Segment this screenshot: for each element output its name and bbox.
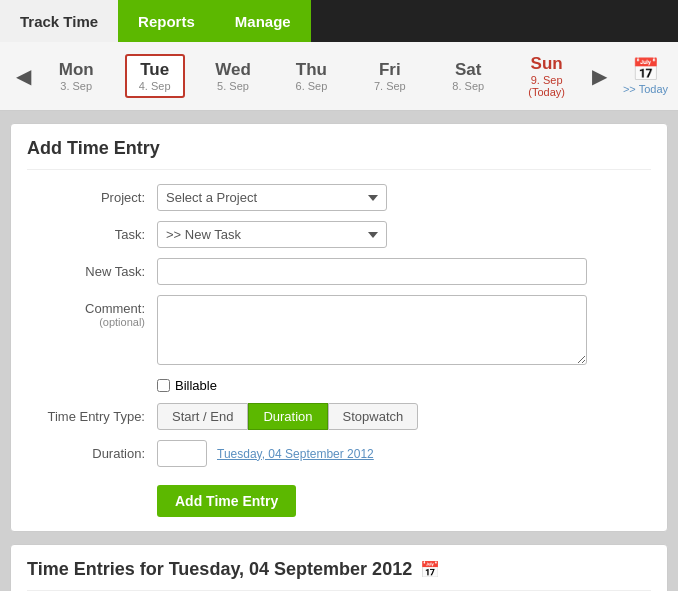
comment-row: Comment: (optional) bbox=[27, 295, 651, 368]
cal-day-date-mon: 3. Sep bbox=[60, 80, 92, 92]
time-entry-type-label: Time Entry Type: bbox=[27, 403, 157, 424]
task-control: >> New Task bbox=[157, 221, 597, 248]
cal-day-sat[interactable]: Sat8. Sep bbox=[438, 56, 498, 96]
cal-day-date-sun: 9. Sep bbox=[531, 74, 563, 86]
new-task-row: New Task: bbox=[27, 258, 651, 285]
add-time-entry-button[interactable]: Add Time Entry bbox=[157, 485, 296, 517]
new-task-label: New Task: bbox=[27, 258, 157, 279]
add-button-row: Add Time Entry bbox=[27, 477, 651, 517]
calendar-days: Mon3. SepTue4. SepWed5. SepThu6. SepFri7… bbox=[37, 50, 586, 102]
time-entries-cal-icon: 📅 bbox=[420, 560, 440, 579]
cal-day-name-wed: Wed bbox=[215, 60, 251, 80]
cal-day-date-fri: 7. Sep bbox=[374, 80, 406, 92]
main-content: Add Time Entry Project: Select a Project… bbox=[0, 111, 678, 591]
next-week-button[interactable]: ▶ bbox=[586, 66, 613, 86]
cal-day-date-sat: 8. Sep bbox=[452, 80, 484, 92]
comment-optional: (optional) bbox=[27, 316, 145, 328]
top-nav: Track Time Reports Manage bbox=[0, 0, 678, 42]
duration-label: Duration: bbox=[27, 440, 157, 461]
new-task-input[interactable] bbox=[157, 258, 587, 285]
time-entry-type-control: Start / End Duration Stopwatch bbox=[157, 403, 597, 430]
duration-date: Tuesday, 04 September 2012 bbox=[217, 447, 374, 461]
duration-input[interactable] bbox=[157, 440, 207, 467]
add-time-entry-title: Add Time Entry bbox=[27, 138, 651, 170]
project-label: Project: bbox=[27, 184, 157, 205]
billable-row: Billable bbox=[157, 378, 651, 393]
time-entries-title: Time Entries for Tuesday, 04 September 2… bbox=[27, 559, 651, 580]
cal-day-wed[interactable]: Wed5. Sep bbox=[203, 56, 263, 96]
cal-day-mon[interactable]: Mon3. Sep bbox=[46, 56, 106, 96]
nav-tab-reports[interactable]: Reports bbox=[118, 0, 215, 42]
cal-day-sun[interactable]: Sun9. Sep(Today) bbox=[517, 50, 577, 102]
comment-label: Comment: (optional) bbox=[27, 295, 157, 328]
calendar-bar: ◀ Mon3. SepTue4. SepWed5. SepThu6. SepFr… bbox=[0, 42, 678, 111]
type-duration-button[interactable]: Duration bbox=[248, 403, 327, 430]
today-link[interactable]: >> Today bbox=[623, 83, 668, 95]
add-time-entry-card: Add Time Entry Project: Select a Project… bbox=[10, 123, 668, 532]
billable-checkbox[interactable] bbox=[157, 379, 170, 392]
calendar-right: 📅 >> Today bbox=[623, 57, 668, 95]
task-select[interactable]: >> New Task bbox=[157, 221, 387, 248]
cal-day-date-tue: 4. Sep bbox=[139, 80, 171, 92]
cal-day-name-fri: Fri bbox=[379, 60, 401, 80]
calendar-icon: 📅 bbox=[632, 57, 659, 83]
project-select[interactable]: Select a Project bbox=[157, 184, 387, 211]
time-entry-type-buttons: Start / End Duration Stopwatch bbox=[157, 403, 597, 430]
duration-control: Tuesday, 04 September 2012 bbox=[157, 440, 597, 467]
new-task-control bbox=[157, 258, 597, 285]
project-row: Project: Select a Project bbox=[27, 184, 651, 211]
cal-day-date-thu: 6. Sep bbox=[296, 80, 328, 92]
comment-textarea[interactable] bbox=[157, 295, 587, 365]
task-label: Task: bbox=[27, 221, 157, 242]
today-label-sun: (Today) bbox=[528, 86, 565, 98]
duration-input-row: Tuesday, 04 September 2012 bbox=[157, 440, 597, 467]
nav-tab-track-time[interactable]: Track Time bbox=[0, 0, 118, 42]
cal-day-name-sat: Sat bbox=[455, 60, 481, 80]
nav-tab-manage[interactable]: Manage bbox=[215, 0, 311, 42]
cal-day-thu[interactable]: Thu6. Sep bbox=[281, 56, 341, 96]
billable-label: Billable bbox=[175, 378, 217, 393]
prev-week-button[interactable]: ◀ bbox=[10, 66, 37, 86]
cal-day-name-thu: Thu bbox=[296, 60, 327, 80]
cal-day-name-tue: Tue bbox=[140, 60, 169, 80]
cal-day-fri[interactable]: Fri7. Sep bbox=[360, 56, 420, 96]
type-start-end-button[interactable]: Start / End bbox=[157, 403, 248, 430]
comment-control bbox=[157, 295, 597, 368]
project-control: Select a Project bbox=[157, 184, 597, 211]
time-entry-type-row: Time Entry Type: Start / End Duration St… bbox=[27, 403, 651, 430]
task-row: Task: >> New Task bbox=[27, 221, 651, 248]
cal-day-name-mon: Mon bbox=[59, 60, 94, 80]
cal-day-name-sun: Sun bbox=[531, 54, 563, 74]
type-stopwatch-button[interactable]: Stopwatch bbox=[328, 403, 419, 430]
time-entries-card: Time Entries for Tuesday, 04 September 2… bbox=[10, 544, 668, 591]
duration-row: Duration: Tuesday, 04 September 2012 bbox=[27, 440, 651, 467]
cal-day-date-wed: 5. Sep bbox=[217, 80, 249, 92]
time-entries-header: Time Entries for Tuesday, 04 September 2… bbox=[27, 559, 651, 591]
cal-day-tue[interactable]: Tue4. Sep bbox=[125, 54, 185, 98]
